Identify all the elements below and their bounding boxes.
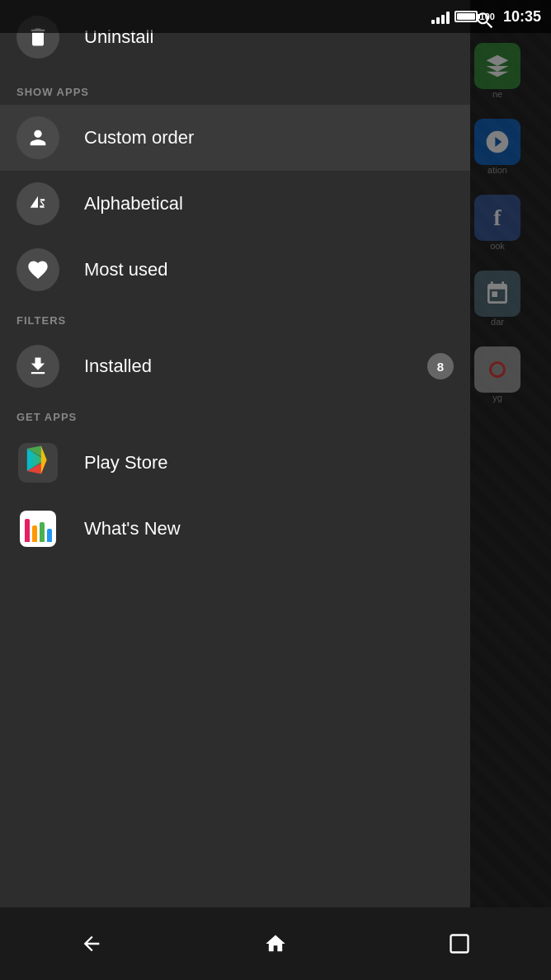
most-used-item[interactable]: Most used [0, 237, 470, 303]
back-button[interactable] [67, 919, 116, 968]
most-used-icon-circle [16, 248, 59, 291]
bottom-nav [0, 907, 551, 980]
play-store-icon-container [16, 441, 59, 484]
search-button[interactable] [469, 4, 502, 37]
alphabetical-icon-circle [16, 182, 59, 225]
home-icon [264, 932, 287, 955]
installed-item[interactable]: Installed 8 [0, 333, 470, 399]
home-button[interactable] [251, 919, 300, 968]
recents-icon [448, 932, 471, 955]
alphabetical-item[interactable]: Alphabetical [0, 171, 470, 237]
signal-bar-3 [441, 15, 445, 24]
recents-button[interactable] [435, 919, 484, 968]
person-icon [26, 126, 49, 149]
heart-icon [26, 258, 49, 281]
show-apps-header: SHOW APPS [0, 74, 470, 105]
search-icon [474, 10, 496, 31]
custom-order-label: Custom order [84, 127, 194, 148]
signal-bar-2 [436, 17, 440, 24]
installed-icon-circle [16, 345, 59, 388]
signal-bars [431, 9, 450, 24]
whats-new-icon [20, 511, 56, 547]
status-time: 10:35 [503, 8, 541, 26]
sort-alpha-icon [26, 192, 49, 215]
most-used-label: Most used [84, 259, 168, 280]
installed-badge: 8 [427, 353, 454, 379]
custom-order-icon-circle [16, 116, 59, 159]
signal-bar-4 [446, 12, 450, 24]
play-store-label: Play Store [84, 452, 168, 474]
installed-label: Installed [84, 356, 152, 377]
menu-overlay: Uninstall SHOW APPS Custom order Alphabe… [0, 0, 470, 907]
svg-rect-1 [450, 935, 468, 953]
alphabetical-label: Alphabetical [84, 193, 183, 214]
whats-new-label: What's New [84, 518, 181, 539]
get-apps-header: GET APPS [0, 399, 470, 430]
download-icon [26, 355, 49, 378]
whats-new-item[interactable]: What's New [0, 496, 470, 562]
play-store-icon [18, 443, 58, 483]
whats-new-icon-container [16, 507, 59, 550]
custom-order-item[interactable]: Custom order [0, 105, 470, 171]
signal-bar-1 [431, 20, 435, 24]
filters-header: FILTERS [0, 303, 470, 333]
back-icon [80, 932, 103, 955]
play-store-item[interactable]: Play Store [0, 430, 470, 496]
